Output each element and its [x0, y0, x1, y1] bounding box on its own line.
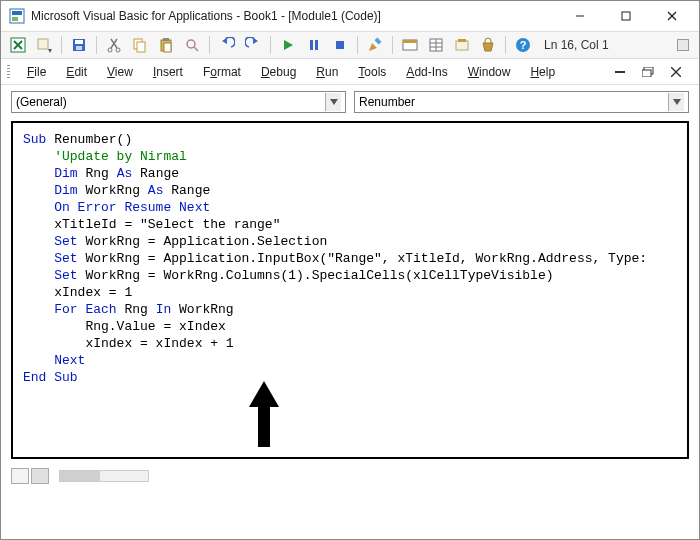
svg-rect-40 — [615, 71, 625, 73]
svg-rect-11 — [75, 40, 83, 44]
procedure-dropdown-value: Renumber — [359, 95, 668, 109]
toolbar-separator — [61, 36, 62, 54]
minimize-button[interactable] — [557, 1, 603, 31]
reset-button[interactable] — [329, 34, 351, 56]
chevron-down-icon — [668, 93, 684, 111]
menu-file[interactable]: File — [17, 62, 56, 82]
svg-marker-22 — [222, 38, 227, 44]
insert-dropdown-button[interactable] — [33, 34, 55, 56]
menu-insert[interactable]: Insert — [143, 62, 193, 82]
toolbar-separator — [96, 36, 97, 54]
svg-rect-37 — [458, 39, 466, 42]
procedure-dropdown[interactable]: Renumber — [354, 91, 689, 113]
menu-addins[interactable]: Add-Ins — [396, 62, 457, 82]
object-browser-button[interactable] — [451, 34, 473, 56]
toolbar-separator — [270, 36, 271, 54]
svg-marker-24 — [284, 40, 293, 50]
break-button[interactable] — [303, 34, 325, 56]
copy-button[interactable] — [129, 34, 151, 56]
svg-rect-26 — [315, 40, 318, 50]
object-dropdown-value: (General) — [16, 95, 325, 109]
find-button[interactable] — [181, 34, 203, 56]
menu-view[interactable]: View — [97, 62, 143, 82]
menu-format[interactable]: Format — [193, 62, 251, 82]
svg-marker-45 — [330, 99, 338, 105]
close-button[interactable] — [649, 1, 695, 31]
save-button[interactable] — [68, 34, 90, 56]
code-view-switcher — [1, 465, 699, 487]
full-module-view-button[interactable] — [31, 468, 49, 484]
scrollbar-thumb[interactable] — [60, 471, 100, 481]
menu-debug[interactable]: Debug — [251, 62, 306, 82]
paste-button[interactable] — [155, 34, 177, 56]
toolbar-separator — [505, 36, 506, 54]
run-button[interactable] — [277, 34, 299, 56]
toolbar-separator — [209, 36, 210, 54]
mdi-minimize-button[interactable] — [609, 63, 631, 81]
menu-edit[interactable]: Edit — [56, 62, 97, 82]
project-explorer-button[interactable] — [399, 34, 421, 56]
svg-rect-29 — [374, 37, 381, 44]
svg-rect-4 — [622, 12, 630, 20]
menubar-grip[interactable] — [7, 65, 17, 79]
code-dropdowns: (General) Renumber — [1, 85, 699, 117]
menu-run[interactable]: Run — [306, 62, 348, 82]
toolbar-overflow-button[interactable] — [677, 39, 689, 51]
mdi-restore-button[interactable] — [637, 63, 659, 81]
svg-rect-2 — [12, 17, 18, 21]
design-mode-button[interactable] — [364, 34, 386, 56]
mdi-close-button[interactable] — [665, 63, 687, 81]
cut-button[interactable] — [103, 34, 125, 56]
svg-rect-19 — [164, 43, 171, 52]
svg-marker-46 — [673, 99, 681, 105]
menu-window[interactable]: Window — [458, 62, 521, 82]
redo-button[interactable] — [242, 34, 264, 56]
svg-rect-12 — [76, 46, 82, 50]
code-text[interactable]: Sub Renumber() 'Update by Nirmal Dim Rng… — [13, 123, 687, 394]
svg-text:?: ? — [520, 39, 527, 51]
svg-point-20 — [187, 40, 195, 48]
code-pane[interactable]: Sub Renumber() 'Update by Nirmal Dim Rng… — [11, 121, 689, 459]
app-icon — [9, 8, 25, 24]
svg-line-21 — [194, 47, 198, 51]
menu-tools[interactable]: Tools — [348, 62, 396, 82]
svg-rect-25 — [310, 40, 313, 50]
svg-marker-9 — [48, 49, 52, 53]
toolbar: ? Ln 16, Col 1 — [1, 31, 699, 59]
window-title: Microsoft Visual Basic for Applications … — [31, 9, 557, 23]
object-dropdown[interactable]: (General) — [11, 91, 346, 113]
menubar: File Edit View Insert Format Debug Run T… — [1, 59, 699, 85]
horizontal-scrollbar[interactable] — [59, 470, 149, 482]
svg-point-14 — [116, 48, 120, 52]
toolbar-separator — [357, 36, 358, 54]
toolbar-separator — [392, 36, 393, 54]
svg-rect-16 — [137, 42, 145, 52]
svg-rect-8 — [38, 39, 48, 49]
undo-button[interactable] — [216, 34, 238, 56]
properties-button[interactable] — [425, 34, 447, 56]
cursor-position: Ln 16, Col 1 — [544, 38, 609, 52]
svg-rect-42 — [642, 70, 651, 77]
title-bar: Microsoft Visual Basic for Applications … — [1, 1, 699, 31]
svg-rect-36 — [456, 41, 468, 50]
svg-point-13 — [108, 48, 112, 52]
menu-help[interactable]: Help — [520, 62, 565, 82]
svg-rect-31 — [403, 40, 417, 43]
chevron-down-icon — [325, 93, 341, 111]
svg-marker-23 — [253, 38, 258, 44]
svg-rect-18 — [163, 38, 169, 41]
help-button[interactable]: ? — [512, 34, 534, 56]
svg-marker-28 — [369, 43, 377, 51]
procedure-view-button[interactable] — [11, 468, 29, 484]
svg-rect-1 — [12, 11, 22, 15]
maximize-button[interactable] — [603, 1, 649, 31]
toolbox-button[interactable] — [477, 34, 499, 56]
view-excel-button[interactable] — [7, 34, 29, 56]
svg-rect-27 — [336, 41, 344, 49]
